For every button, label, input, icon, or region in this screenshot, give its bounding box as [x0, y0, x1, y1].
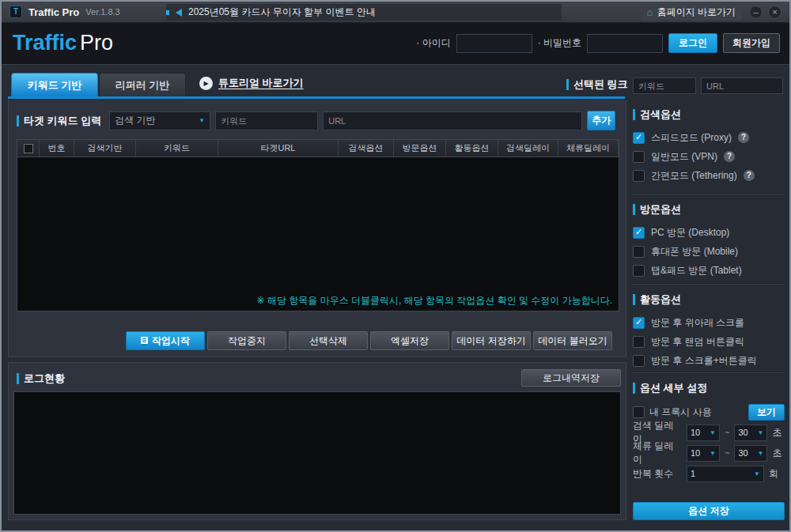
section-accent-bar — [633, 204, 635, 215]
random-click-checkbox[interactable] — [633, 336, 645, 348]
data-save-button[interactable]: 데이터 저장하기 — [452, 331, 531, 350]
easy-mode-checkbox[interactable] — [633, 170, 645, 182]
document-icon — [141, 337, 148, 345]
app-logo: TrafficPro — [13, 31, 113, 55]
option-scroll-click: 방문 후 스크롤+버튼클릭 — [633, 351, 785, 370]
tilde-separator: ~ — [725, 428, 729, 437]
col-stay-delay: 체류딜레이 — [558, 140, 619, 157]
seconds-unit: 초 — [772, 426, 782, 440]
search-base-dropdown[interactable]: 검색 기반 ▼ — [109, 111, 210, 130]
play-icon: ▶ — [199, 77, 213, 90]
login-button[interactable]: 로그인 — [668, 33, 717, 53]
section-accent-bar — [633, 109, 635, 120]
detail-settings-section: 옵션 세부 설정 내 프록시 사용 보기 검색 딜레이 10 ▼ ~ 30 ▼ … — [633, 381, 785, 484]
help-icon[interactable]: ? — [724, 151, 735, 162]
speed-mode-checkbox[interactable] — [633, 132, 645, 144]
random-click-label: 방문 후 랜덤 버튼클릭 — [651, 335, 744, 349]
search-options-title: 검색옵션 — [640, 108, 681, 122]
scroll-click-checkbox[interactable] — [633, 355, 645, 367]
section-accent-bar — [633, 294, 635, 305]
password-input[interactable] — [587, 34, 663, 53]
titlebar: T Traffic Pro Ver.1.8.3 2025년05월 카드사 무이자… — [2, 2, 789, 23]
mobile-visit-checkbox[interactable] — [633, 246, 645, 258]
search-delay-min-select[interactable]: 10 ▼ — [687, 424, 720, 441]
select-all-checkbox[interactable] — [24, 144, 33, 153]
seconds-unit: 초 — [772, 447, 782, 460]
help-icon[interactable]: ? — [744, 170, 755, 181]
pc-visit-checkbox[interactable] — [633, 227, 645, 239]
detail-settings-title: 옵션 세부 설정 — [640, 381, 707, 395]
view-proxy-button[interactable]: 보기 — [748, 404, 785, 421]
minimize-button[interactable]: – — [749, 6, 763, 19]
chevron-down-icon: ▼ — [710, 450, 716, 457]
save-options-button[interactable]: 옵션 저장 — [633, 502, 785, 520]
my-proxy-checkbox[interactable] — [633, 406, 645, 418]
selected-link-header: 선택된 링크 — [566, 77, 628, 92]
search-delay-max-select[interactable]: 30 ▼ — [734, 424, 767, 441]
chevron-down-icon: ▼ — [199, 117, 205, 124]
normal-mode-checkbox[interactable] — [633, 151, 645, 163]
pc-visit-label: PC 방문 (Desktop) — [651, 226, 729, 240]
selected-url-input[interactable] — [701, 77, 783, 94]
col-search-base: 검색기반 — [74, 140, 136, 157]
repeat-count-label: 반복 횟수 — [633, 467, 682, 481]
keyword-panel: 타겟 키워드 입력 검색 기반 ▼ 추가 번호 검색기반 키워드 타겟URL 검… — [8, 100, 626, 357]
option-scroll: 방문 후 위아래 스크롤 — [633, 313, 785, 332]
excel-save-button[interactable]: 엑셀저장 — [370, 331, 449, 350]
homepage-link[interactable]: ⌂ 홈페이지 바로가기 — [641, 4, 742, 21]
option-speed-mode: 스피드모드 (Proxy) ? — [633, 128, 785, 147]
tutorial-link[interactable]: ▶ 튜토리얼 바로가기 — [199, 76, 304, 90]
selected-keyword-input[interactable] — [633, 77, 696, 94]
col-target-url: 타겟URL — [218, 140, 339, 157]
scroll-checkbox[interactable] — [633, 317, 645, 329]
divider — [633, 193, 785, 194]
close-button[interactable]: × — [768, 6, 782, 19]
chevron-down-icon: ▼ — [710, 429, 716, 436]
stop-job-button[interactable]: 작업중지 — [207, 331, 286, 350]
table-header-row: 번호 검색기반 키워드 타겟URL 검색옵션 방문옵션 활동옵션 검색딜레이 체… — [17, 140, 619, 157]
log-save-button[interactable]: 로그내역저장 — [521, 369, 621, 387]
tablet-visit-checkbox[interactable] — [633, 265, 645, 277]
homepage-link-label: 홈페이지 바로가기 — [657, 6, 736, 19]
logo-text-secondary: Pro — [80, 31, 113, 55]
start-job-label: 작업시작 — [152, 334, 190, 348]
my-proxy-label: 내 프록시 사용 — [649, 406, 712, 419]
log-panel: 로그현황 로그내역저장 — [8, 362, 626, 520]
stay-delay-min-select[interactable]: 10 ▼ — [687, 445, 720, 462]
tab-keyword-based[interactable]: 키워드 기반 — [11, 73, 98, 96]
data-load-button[interactable]: 데이터 불러오기 — [533, 331, 612, 350]
log-output[interactable] — [13, 391, 621, 515]
stay-delay-max-select[interactable]: 30 ▼ — [734, 445, 767, 462]
col-search-option: 검색옵션 — [339, 140, 394, 157]
chevron-down-icon: ▼ — [758, 429, 764, 436]
tablet-visit-label: 탭&패드 방문 (Tablet) — [651, 264, 742, 277]
mobile-visit-label: 휴대폰 방문 (Mobile) — [651, 245, 738, 258]
visit-options-title: 방문옵션 — [640, 202, 681, 217]
table-body[interactable]: ※ 해당 항목을 마우스 더블클릭시, 해당 항목의 작업옵션 확인 및 수정이… — [17, 157, 619, 311]
start-job-button[interactable]: 작업시작 — [126, 331, 205, 350]
option-easy-mode: 간편모드 (Tethering) ? — [633, 166, 785, 185]
url-input[interactable] — [323, 111, 582, 130]
signup-button[interactable]: 회원가입 — [723, 33, 780, 53]
table-notice: ※ 해당 항목을 마우스 더블클릭시, 해당 항목의 작업옵션 확인 및 수정이… — [257, 294, 612, 308]
easy-mode-label: 간편모드 (Tethering) — [651, 169, 737, 183]
login-area: · 아이디 · 비밀번호 로그인 회원가입 — [416, 33, 780, 53]
help-icon[interactable]: ? — [738, 132, 749, 143]
add-button[interactable]: 추가 — [587, 111, 615, 130]
col-search-delay: 검색딜레이 — [498, 140, 558, 157]
target-keyword-title: 타겟 키워드 입력 — [24, 114, 101, 128]
keyword-input[interactable] — [215, 111, 318, 130]
options-sidebar: 검색옵션 스피드모드 (Proxy) ? 일반모드 (VPN) ? 간편모드 (… — [633, 100, 785, 520]
option-normal-mode: 일반모드 (VPN) ? — [633, 147, 785, 166]
titlebar-version: Ver.1.8.3 — [85, 7, 119, 17]
tab-referrer-based[interactable]: 리퍼러 기반 — [99, 73, 186, 96]
repeat-count-select[interactable]: 1 ▼ — [687, 466, 764, 482]
option-pc-visit: PC 방문 (Desktop) — [633, 223, 785, 242]
announcement-bar: 2025년05월 카드사 무이자 할부 이벤트 안내 — [166, 4, 562, 21]
section-accent-bar — [633, 383, 635, 394]
col-activity-option: 활동옵션 — [446, 140, 498, 157]
delete-selected-button[interactable]: 선택삭제 — [289, 331, 368, 350]
id-input[interactable] — [456, 34, 532, 53]
section-accent-bar — [17, 373, 19, 384]
col-visit-option: 방문옵션 — [394, 140, 446, 157]
